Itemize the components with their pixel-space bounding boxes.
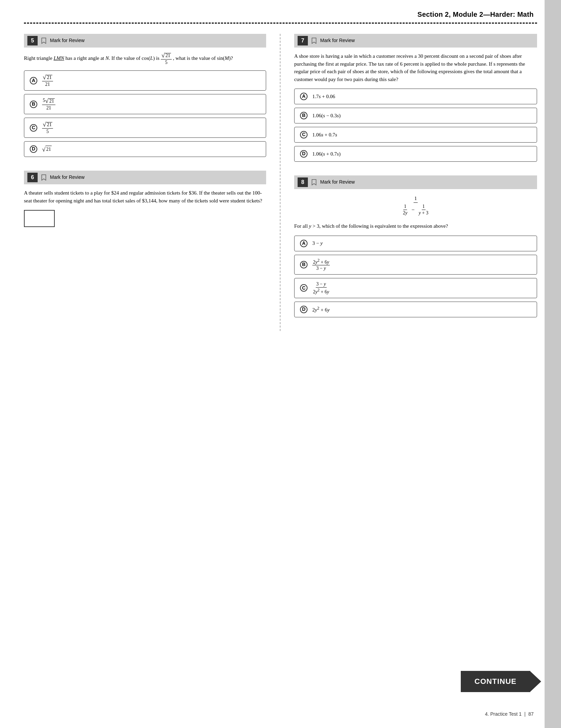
- q7-choice-b[interactable]: B 1.06(s − 0.3s): [294, 108, 537, 123]
- q5-text-b: 5√21 21: [42, 98, 55, 110]
- q7-letter-d: D: [300, 150, 308, 158]
- q5-choice-c[interactable]: C √21 5: [24, 118, 266, 138]
- question-6-number: 6: [27, 173, 38, 182]
- q5-letter-d: D: [30, 145, 37, 153]
- q8-choice-b[interactable]: B 2y2 + 6y 3 − y: [294, 255, 537, 275]
- right-column: 7 Mark for Review A shoe store is having…: [280, 34, 537, 331]
- q7-letter-c: C: [300, 131, 308, 138]
- q6-free-response[interactable]: [24, 210, 55, 227]
- q8-choice-d[interactable]: D 2y2 + 6y: [294, 302, 537, 317]
- q5-text: Right triangle LMN has a right angle at …: [24, 52, 266, 65]
- q5-letter-b: B: [30, 101, 37, 108]
- q8-text-d: 2y2 + 6y: [312, 305, 330, 314]
- q7-letter-b: B: [300, 112, 308, 119]
- q8-expression: 1 1 2y − 1 y + 3: [294, 196, 537, 215]
- content-area: 5 Mark for Review Right triangle LMN has…: [0, 24, 561, 331]
- q8-letter-c: C: [300, 284, 308, 292]
- footer-label: 4. Practice Test 1: [485, 711, 522, 718]
- q5-text-d: √21: [42, 145, 52, 153]
- q7-choice-d[interactable]: D 1.06(s + 0.7s): [294, 146, 537, 162]
- q5-letter-a: A: [30, 77, 37, 84]
- q8-text-c: 3 − y 2y2 + 6y: [312, 282, 330, 294]
- continue-btn-area: CONTINUE: [461, 671, 530, 692]
- question-8-block: 8 Mark for Review 1 1 2y: [294, 175, 537, 317]
- header: Section 2, Module 2—Harder: Math: [0, 0, 561, 19]
- question-7-number: 7: [298, 36, 308, 45]
- q5-lmn: LMN: [54, 55, 64, 61]
- footer: 4. Practice Test 1 | 87: [24, 711, 534, 718]
- q7-choice-c[interactable]: C 1.06s + 0.7s: [294, 127, 537, 143]
- q8-choice-c[interactable]: C 3 − y 2y2 + 6y: [294, 278, 537, 298]
- q5-text-c: √21 5: [42, 121, 53, 134]
- q5-choice-d[interactable]: D √21: [24, 141, 266, 157]
- q7-text-c: 1.06s + 0.7s: [312, 131, 337, 138]
- q7-text-d: 1.06(s + 0.7s): [312, 150, 341, 158]
- q8-choice-a[interactable]: A 3 − y: [294, 236, 537, 251]
- page-title: Section 2, Module 2—Harder: Math: [417, 11, 534, 18]
- question-7-block: 7 Mark for Review A shoe store is having…: [294, 34, 537, 162]
- left-column: 5 Mark for Review Right triangle LMN has…: [24, 34, 280, 331]
- q5-cosL-fraction: √21 5: [161, 52, 172, 65]
- q7-mark-review[interactable]: Mark for Review: [320, 37, 355, 44]
- q7-text-a: 1.7s + 0.06: [312, 93, 335, 100]
- q5-mark-review[interactable]: Mark for Review: [50, 37, 84, 44]
- continue-wrapper: CONTINUE: [461, 671, 530, 692]
- q5-choice-a[interactable]: A √21 21: [24, 70, 266, 91]
- question-6-block: 6 Mark for Review A theater sells studen…: [24, 171, 266, 227]
- q8-mark-review[interactable]: Mark for Review: [320, 179, 355, 186]
- q8-text-a: 3 − y: [312, 240, 323, 247]
- q5-choice-b[interactable]: B 5√21 21: [24, 94, 266, 114]
- q5-letter-c: C: [30, 124, 37, 132]
- q5-l: L: [150, 55, 153, 61]
- footer-text: 4. Practice Test 1 | 87: [485, 711, 534, 718]
- q8-letter-d: D: [300, 306, 308, 313]
- continue-arrow: [530, 671, 541, 692]
- q7-text-b: 1.06(s − 0.3s): [312, 112, 341, 119]
- q7-text: A shoe store is having a sale in which a…: [294, 52, 537, 83]
- q7-choice-a[interactable]: A 1.7s + 0.06: [294, 89, 537, 104]
- q6-text: A theater sells student tickets to a pla…: [24, 189, 266, 204]
- q8-text: For all y > 3, which of the following is…: [294, 222, 537, 230]
- question-8-number: 8: [298, 177, 308, 187]
- question-8-header: 8 Mark for Review: [294, 175, 537, 189]
- question-5-header: 5 Mark for Review: [24, 34, 266, 48]
- bookmark-icon-q6[interactable]: [41, 174, 47, 181]
- q5-n: N: [105, 55, 109, 61]
- continue-label: CONTINUE: [474, 677, 517, 686]
- bookmark-icon[interactable]: [41, 37, 47, 44]
- question-6-header: 6 Mark for Review: [24, 171, 266, 184]
- question-5-number: 5: [27, 36, 38, 45]
- q7-letter-a: A: [300, 93, 308, 100]
- q5-text-a: √21 21: [42, 74, 53, 87]
- bookmark-icon-q7[interactable]: [311, 37, 317, 44]
- sidebar-bar: [545, 0, 561, 728]
- footer-page: 87: [528, 711, 534, 718]
- q6-mark-review[interactable]: Mark for Review: [50, 174, 84, 181]
- q8-text-b: 2y2 + 6y 3 − y: [312, 259, 330, 271]
- q8-letter-b: B: [300, 261, 308, 268]
- q5-m: M: [225, 55, 229, 61]
- bookmark-icon-q8[interactable]: [311, 179, 317, 186]
- continue-button[interactable]: CONTINUE: [461, 671, 530, 692]
- question-5-block: 5 Mark for Review Right triangle LMN has…: [24, 34, 266, 157]
- footer-pipe: |: [524, 711, 526, 718]
- q8-letter-a: A: [300, 240, 308, 247]
- question-7-header: 7 Mark for Review: [294, 34, 537, 48]
- page: Section 2, Module 2—Harder: Math 5 Mark …: [0, 0, 561, 728]
